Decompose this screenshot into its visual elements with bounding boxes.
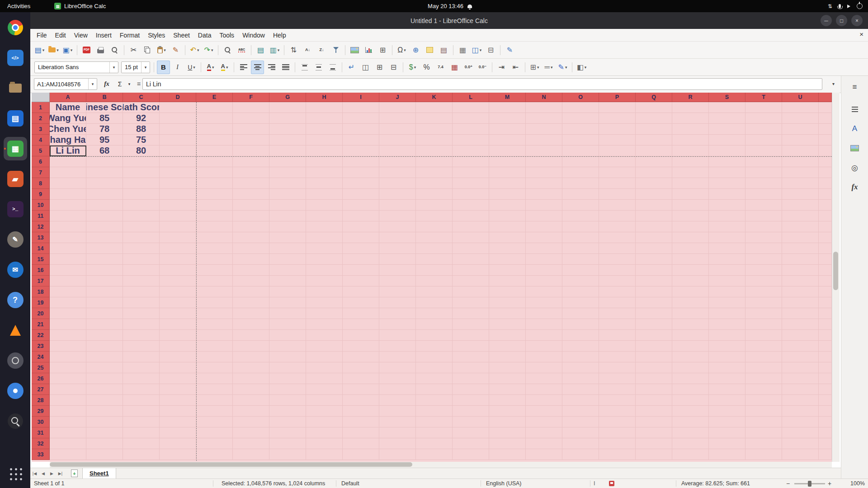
cell-L7[interactable]	[453, 167, 489, 178]
cell-J16[interactable]	[379, 265, 416, 276]
cell-G9[interactable]	[269, 189, 306, 200]
cell-F7[interactable]	[233, 167, 269, 178]
cell-N26[interactable]	[526, 373, 562, 384]
cell-K19[interactable]	[416, 297, 453, 308]
cell-L4[interactable]	[453, 135, 489, 145]
cell-S29[interactable]	[709, 406, 745, 417]
cell-J24[interactable]	[379, 352, 416, 362]
cell-T17[interactable]	[745, 276, 782, 286]
cell-R14[interactable]	[672, 243, 709, 254]
cell-S4[interactable]	[709, 135, 745, 145]
cell-M2[interactable]	[489, 113, 526, 124]
chevron-down-icon[interactable]: ▾	[414, 65, 416, 70]
cell-J15[interactable]	[379, 254, 416, 265]
cell-S2[interactable]	[709, 113, 745, 124]
print-preview-button[interactable]	[108, 43, 121, 57]
cell-M9[interactable]	[489, 189, 526, 200]
cell-U29[interactable]	[782, 406, 819, 417]
column-header-D[interactable]: D	[160, 93, 196, 102]
cell-U31[interactable]	[782, 427, 819, 438]
cell-S22[interactable]	[709, 330, 745, 341]
copy-button[interactable]	[141, 43, 154, 57]
cell-partial-30[interactable]	[819, 417, 832, 427]
cell-M23[interactable]	[489, 341, 526, 352]
cell-J22[interactable]	[379, 330, 416, 341]
chevron-down-icon[interactable]: ▾	[109, 62, 118, 73]
cell-P13[interactable]	[599, 232, 636, 243]
merge-center-button[interactable]: ◫	[359, 61, 372, 74]
cell-Q27[interactable]	[636, 384, 672, 395]
unmerge-cells-button[interactable]: ⊟	[387, 61, 400, 74]
border-color-button[interactable]: ✎▾	[556, 61, 569, 74]
column-header-T[interactable]: T	[745, 93, 782, 102]
cell-Q23[interactable]	[636, 341, 672, 352]
cell-U26[interactable]	[782, 373, 819, 384]
cell-P19[interactable]	[599, 297, 636, 308]
cell-C12[interactable]	[123, 221, 160, 232]
zoom-slider-handle[interactable]	[808, 481, 811, 487]
cell-T11[interactable]	[745, 211, 782, 221]
undo-button[interactable]: ↶▾	[188, 43, 201, 57]
cell-J4[interactable]	[379, 135, 416, 145]
title-bar[interactable]: Untitled 1 - LibreOffice Calc ─ □ ×	[30, 12, 868, 29]
cell-I5[interactable]	[343, 145, 379, 156]
cell-T31[interactable]	[745, 427, 782, 438]
cell-C18[interactable]	[123, 286, 160, 297]
cell-C9[interactable]	[123, 189, 160, 200]
column-header-U[interactable]: U	[782, 93, 819, 102]
cell-Q26[interactable]	[636, 373, 672, 384]
cell-Q17[interactable]	[636, 276, 672, 286]
row-header-25[interactable]: 25	[32, 362, 50, 373]
chevron-down-icon[interactable]: ▾	[565, 65, 567, 70]
menu-view[interactable]: View	[70, 30, 92, 40]
cell-D2[interactable]	[160, 113, 196, 124]
cell-N29[interactable]	[526, 406, 562, 417]
cell-D6[interactable]	[160, 156, 196, 167]
cell-T24[interactable]	[745, 352, 782, 362]
row-header-22[interactable]: 22	[32, 330, 50, 341]
cell-D20[interactable]	[160, 308, 196, 319]
dock-item-vscode[interactable]: </>	[4, 46, 27, 70]
cell-B27[interactable]	[86, 384, 123, 395]
cell-K8[interactable]	[416, 178, 453, 189]
cell-L11[interactable]	[453, 211, 489, 221]
cell-H22[interactable]	[306, 330, 343, 341]
cell-K5[interactable]	[416, 145, 453, 156]
cell-N22[interactable]	[526, 330, 562, 341]
cell-T22[interactable]	[745, 330, 782, 341]
cell-F12[interactable]	[233, 221, 269, 232]
cell-M21[interactable]	[489, 319, 526, 330]
cell-B7[interactable]	[86, 167, 123, 178]
cell-Q13[interactable]	[636, 232, 672, 243]
row-header-21[interactable]: 21	[32, 319, 50, 330]
cell-U20[interactable]	[782, 308, 819, 319]
cell-D31[interactable]	[160, 427, 196, 438]
cell-T26[interactable]	[745, 373, 782, 384]
cell-F21[interactable]	[233, 319, 269, 330]
cell-O3[interactable]	[562, 124, 599, 135]
cell-H7[interactable]	[306, 167, 343, 178]
cell-A15[interactable]	[50, 254, 86, 265]
menu-window[interactable]: Window	[238, 30, 269, 40]
cell-M8[interactable]	[489, 178, 526, 189]
cell-D24[interactable]	[160, 352, 196, 362]
cell-P22[interactable]	[599, 330, 636, 341]
cell-U3[interactable]	[782, 124, 819, 135]
cell-A3[interactable]: Chen Yue	[50, 124, 86, 135]
cell-A23[interactable]	[50, 341, 86, 352]
cell-B10[interactable]	[86, 200, 123, 211]
cell-partial-3[interactable]	[819, 124, 832, 135]
cell-L33[interactable]	[453, 449, 489, 460]
cell-B17[interactable]	[86, 276, 123, 286]
font-name-combo[interactable]: Liberation Sans▾	[34, 61, 118, 73]
horizontal-scrollbar[interactable]	[50, 462, 832, 468]
cell-T10[interactable]	[745, 200, 782, 211]
cell-U5[interactable]	[782, 145, 819, 156]
cell-F15[interactable]	[233, 254, 269, 265]
cell-E26[interactable]	[196, 373, 233, 384]
cell-M16[interactable]	[489, 265, 526, 276]
cell-partial-15[interactable]	[819, 254, 832, 265]
cell-F5[interactable]	[233, 145, 269, 156]
cell-Q1[interactable]	[636, 102, 672, 113]
cell-E30[interactable]	[196, 417, 233, 427]
